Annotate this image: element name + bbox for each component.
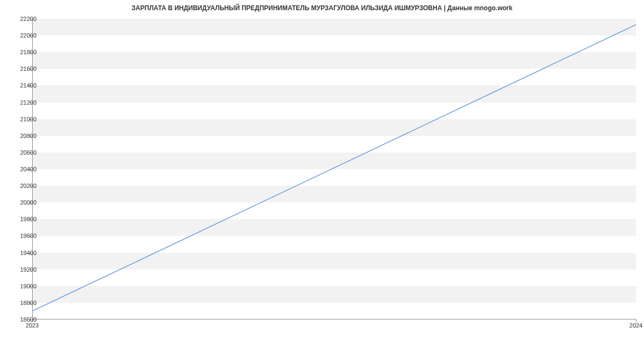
grid-band [32, 52, 636, 69]
chart-title: ЗАРПЛАТА В ИНДИВИДУАЛЬНЫЙ ПРЕДПРИНИМАТЕЛ… [0, 4, 644, 12]
y-tick-label: 21600 [20, 66, 36, 72]
plot-area [32, 19, 636, 319]
grid-band [32, 253, 636, 270]
y-tick-label: 19400 [20, 250, 36, 256]
x-axis-line [32, 319, 636, 319]
x-tick-label: 2024 [630, 322, 642, 329]
y-tick-label: 20800 [20, 133, 36, 139]
y-tick-label: 19000 [20, 283, 36, 289]
y-tick-label: 19200 [20, 266, 36, 273]
x-tick-label: 2023 [26, 322, 39, 329]
y-tick-label: 21000 [20, 116, 36, 122]
y-tick-label: 18800 [20, 300, 36, 306]
y-tick-label: 19600 [20, 232, 36, 239]
y-tick-label: 22000 [20, 32, 36, 39]
y-tick-label: 21400 [20, 82, 36, 89]
y-tick-label: 19800 [20, 216, 36, 222]
y-tick-label: 21800 [20, 49, 36, 55]
grid-band [32, 85, 636, 102]
grid-band [32, 152, 636, 169]
y-tick-label: 20000 [20, 199, 36, 206]
grid-band [32, 186, 636, 202]
chart-container: ЗАРПЛАТА В ИНДИВИДУАЛЬНЫЙ ПРЕДПРИНИМАТЕЛ… [0, 0, 644, 349]
y-tick-label: 22200 [20, 16, 36, 22]
y-tick-label: 20600 [20, 149, 36, 156]
grid-band [32, 119, 636, 136]
y-tick-label: 21200 [20, 99, 36, 106]
grid-band [32, 19, 636, 35]
y-tick-label: 20200 [20, 183, 36, 189]
grid-band [32, 219, 636, 236]
y-tick-label: 20400 [20, 166, 36, 172]
grid-band [32, 286, 636, 303]
